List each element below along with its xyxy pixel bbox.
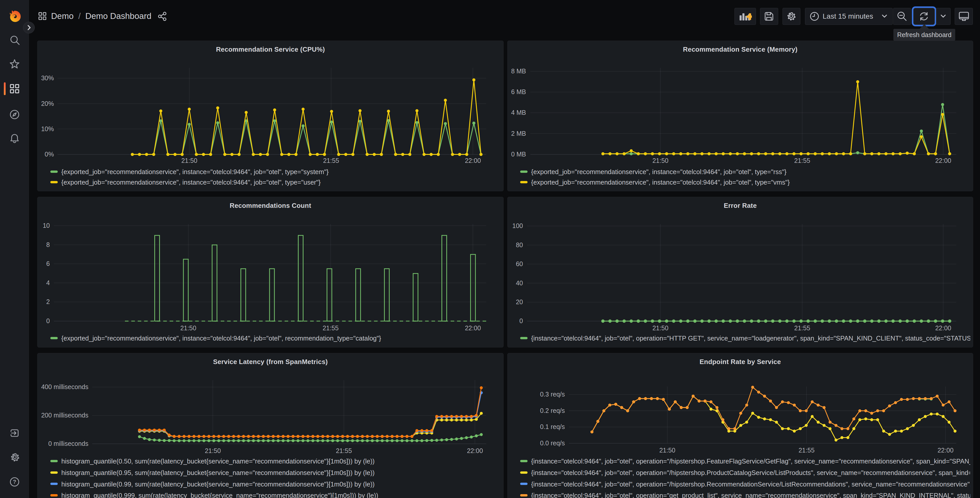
svg-text:?: ? [13, 479, 16, 485]
